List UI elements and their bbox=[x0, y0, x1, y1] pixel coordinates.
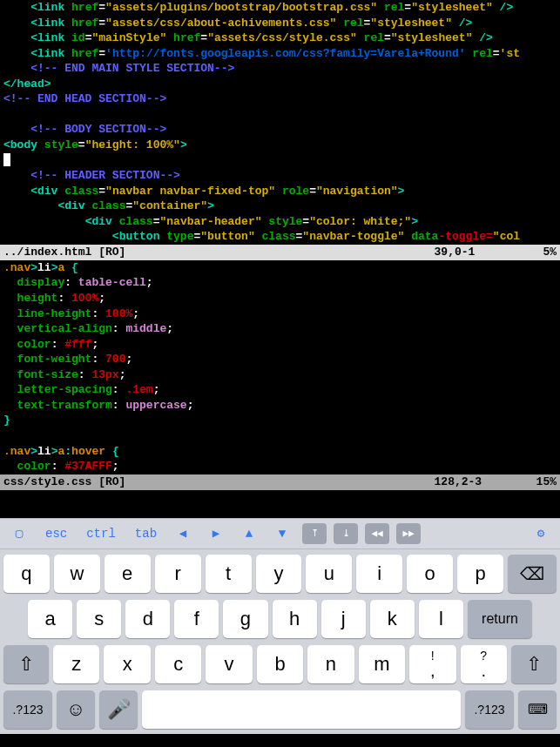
code-line: .nav>li>a { bbox=[0, 260, 560, 276]
editor-pane-2[interactable]: .nav>li>a { display: table-cell; height:… bbox=[0, 260, 560, 474]
code-line: <link href='http://fonts.googleapis.com/… bbox=[0, 46, 560, 62]
arrow-down-icon[interactable]: ▼ bbox=[267, 521, 298, 547]
tab-key[interactable]: tab bbox=[126, 521, 165, 547]
key-i[interactable]: i bbox=[356, 555, 402, 593]
rewind-icon[interactable]: ◀◀ bbox=[365, 523, 389, 544]
shift-key[interactable]: ⇧ bbox=[3, 645, 49, 683]
code-line: display: table-cell; bbox=[0, 275, 560, 291]
code-line: <link href="assets/css/about-achivements… bbox=[0, 16, 560, 31]
code-line bbox=[0, 428, 560, 444]
code-line: .nav>li>a:hover { bbox=[0, 444, 560, 460]
code-line bbox=[0, 152, 560, 168]
code-line: <button type="button" class="navbar-togg… bbox=[0, 229, 560, 245]
key-t[interactable]: t bbox=[206, 555, 252, 593]
status-bar-1: ../index.html [RO] 39,0-1 5% bbox=[0, 245, 560, 260]
key-z[interactable]: z bbox=[53, 645, 99, 683]
key-q[interactable]: q bbox=[3, 555, 50, 593]
page-down-icon[interactable]: ⤓ bbox=[334, 523, 358, 544]
key-e[interactable]: e bbox=[105, 555, 151, 593]
clipboard-icon[interactable]: ▢ bbox=[3, 521, 35, 547]
forward-icon[interactable]: ▶▶ bbox=[396, 523, 421, 544]
status-file-1: ../index.html [RO] bbox=[3, 245, 125, 260]
page-up-icon[interactable]: ⤒ bbox=[302, 523, 327, 544]
return-key[interactable]: return bbox=[468, 600, 532, 638]
key-v[interactable]: v bbox=[206, 645, 252, 683]
code-line: <!-- END MAIN STYLE SECTION--> bbox=[0, 61, 560, 77]
code-line: <!-- END HEAD SECTION--> bbox=[0, 91, 560, 107]
status-pos-1: 39,0-1 bbox=[435, 246, 476, 259]
ctrl-key[interactable]: ctrl bbox=[78, 521, 125, 547]
keyboard: qwertyuiop⌫ asdfghjklreturn ⇧ zxcvbnm!,?… bbox=[0, 549, 560, 734]
numeric-key-left[interactable]: .?123 bbox=[3, 690, 52, 729]
mic-key[interactable]: 🎤 bbox=[99, 690, 138, 729]
key-p[interactable]: p bbox=[457, 555, 503, 593]
key-k[interactable]: k bbox=[370, 600, 415, 638]
accessory-toolbar: ▢ esc ctrl tab ◀ ▶ ▲ ▼ ⤒ ⤓ ◀◀ ▶▶ ⚙ bbox=[0, 518, 560, 549]
command-area[interactable] bbox=[0, 490, 560, 518]
key-h[interactable]: h bbox=[273, 600, 317, 638]
code-line: color: #37AFFF; bbox=[0, 459, 560, 474]
delete-key[interactable]: ⌫ bbox=[508, 555, 557, 593]
code-line: font-weight: 700; bbox=[0, 352, 560, 367]
key-n[interactable]: n bbox=[307, 645, 354, 683]
code-line: <div class="navbar-header" style="color:… bbox=[0, 214, 560, 230]
status-pct-2: 15% bbox=[536, 475, 557, 488]
code-line: <link id="mainStyle" href="assets/css/st… bbox=[0, 30, 560, 46]
key-m[interactable]: m bbox=[359, 645, 405, 683]
code-line: letter-spacing: .1em; bbox=[0, 382, 560, 398]
code-line: <link href="assets/plugins/bootstrap/boo… bbox=[0, 0, 560, 16]
status-bar-2: css/style.css [RO] 128,2-3 15% bbox=[0, 474, 560, 490]
code-line: vertical-align: middle; bbox=[0, 321, 560, 337]
code-line: <body style="height: 100%"> bbox=[0, 138, 560, 153]
arrow-up-icon[interactable]: ▲ bbox=[233, 521, 265, 547]
key-c[interactable]: c bbox=[155, 645, 201, 683]
code-line: </head> bbox=[0, 77, 560, 92]
key-w[interactable]: w bbox=[54, 555, 100, 593]
code-line: } bbox=[0, 413, 560, 428]
settings-icon[interactable]: ⚙ bbox=[525, 521, 557, 547]
code-line: <!-- BODY SECTION--> bbox=[0, 122, 560, 138]
editor-pane-1[interactable]: <link href="assets/plugins/bootstrap/boo… bbox=[0, 0, 560, 245]
key-d[interactable]: d bbox=[125, 600, 170, 638]
code-line: text-transform: uppercase; bbox=[0, 398, 560, 414]
code-line bbox=[0, 107, 560, 123]
dismiss-keyboard-key[interactable]: ⌨ bbox=[518, 690, 557, 729]
key-comma[interactable]: !, bbox=[409, 645, 455, 683]
key-o[interactable]: o bbox=[407, 555, 453, 593]
key-y[interactable]: y bbox=[256, 555, 302, 593]
key-g[interactable]: g bbox=[223, 600, 267, 638]
status-file-2: css/style.css [RO] bbox=[3, 474, 125, 490]
code-line: height: 100%; bbox=[0, 291, 560, 306]
numeric-key-right[interactable]: .?123 bbox=[465, 690, 514, 729]
key-a[interactable]: a bbox=[28, 600, 72, 638]
key-x[interactable]: x bbox=[104, 645, 150, 683]
key-j[interactable]: j bbox=[321, 600, 366, 638]
key-period[interactable]: ?. bbox=[461, 645, 507, 683]
emoji-key[interactable]: ☺ bbox=[57, 690, 95, 729]
key-b[interactable]: b bbox=[257, 645, 303, 683]
space-key[interactable] bbox=[142, 690, 461, 729]
status-pos-2: 128,2-3 bbox=[435, 475, 482, 488]
key-s[interactable]: s bbox=[77, 600, 121, 638]
arrow-left-icon[interactable]: ◀ bbox=[167, 521, 199, 547]
key-f[interactable]: f bbox=[174, 600, 219, 638]
code-line: <div class="navbar navbar-fixed-top" rol… bbox=[0, 184, 560, 199]
code-line: color: #fff; bbox=[0, 337, 560, 353]
code-line: <!-- HEADER SECTION--> bbox=[0, 168, 560, 184]
code-line: font-size: 13px; bbox=[0, 367, 560, 383]
status-pct-1: 5% bbox=[543, 246, 557, 259]
code-line: line-height: 100%; bbox=[0, 306, 560, 322]
esc-key[interactable]: esc bbox=[37, 521, 76, 547]
key-l[interactable]: l bbox=[419, 600, 463, 638]
key-r[interactable]: r bbox=[155, 555, 201, 593]
arrow-right-icon[interactable]: ▶ bbox=[200, 521, 232, 547]
code-line: <div class="container"> bbox=[0, 199, 560, 214]
key-u[interactable]: u bbox=[306, 555, 352, 593]
shift-key-right[interactable]: ⇧ bbox=[511, 645, 557, 683]
